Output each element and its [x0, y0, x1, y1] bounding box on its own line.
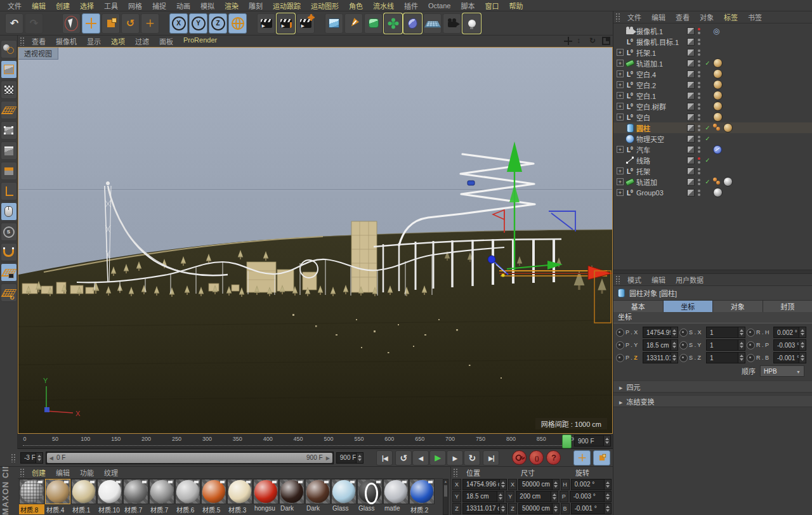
- size-field[interactable]: 50000 cm: [518, 479, 560, 490]
- menu-item[interactable]: 帮助: [504, 1, 528, 11]
- lock-workplane-tool[interactable]: [1, 263, 17, 282]
- toggle-layout-icon[interactable]: [602, 37, 610, 45]
- keyframe-help-button[interactable]: [546, 450, 561, 465]
- record-keyframe-button[interactable]: [512, 450, 527, 465]
- order-dropdown[interactable]: HPB: [760, 365, 804, 377]
- object-name[interactable]: 圆柱: [636, 123, 686, 133]
- magnet-tool[interactable]: [1, 243, 17, 261]
- s-field[interactable]: 1: [706, 339, 745, 351]
- keyframe-dot[interactable]: [616, 354, 624, 362]
- keyframe-dot[interactable]: [747, 354, 755, 362]
- mat-tan-tag[interactable]: [713, 101, 723, 111]
- viewport-solo-tool[interactable]: [1, 202, 17, 221]
- object-row[interactable]: +托架.1: [613, 47, 812, 58]
- play-button[interactable]: [429, 450, 446, 466]
- expand-toggle[interactable]: +: [617, 92, 624, 99]
- preview-range-slider[interactable]: 0 F 900 F: [46, 452, 334, 464]
- material-scrollbar[interactable]: [443, 479, 449, 515]
- expand-toggle[interactable]: +: [617, 167, 624, 174]
- loop-button[interactable]: [464, 450, 480, 466]
- drag-handle[interactable]: [20, 468, 25, 477]
- mat-tan-tag[interactable]: [713, 58, 723, 68]
- keyframe-dot[interactable]: [747, 329, 755, 337]
- visibility-dots[interactable]: [696, 114, 702, 121]
- spinner[interactable]: [604, 504, 611, 514]
- layer-chip[interactable]: [687, 114, 695, 121]
- material-item[interactable]: 材质.3: [227, 479, 252, 515]
- menu-item[interactable]: Octane: [423, 2, 455, 10]
- menu-item[interactable]: 角色: [344, 1, 368, 11]
- convert-tool[interactable]: [1, 40, 17, 58]
- object-name[interactable]: 线路: [636, 155, 686, 166]
- goto-start-button[interactable]: [376, 450, 393, 466]
- object-row[interactable]: +轨道加✓: [613, 176, 812, 187]
- visibility-dots[interactable]: [696, 82, 702, 88]
- expand-toggle[interactable]: +: [617, 178, 624, 185]
- visibility-dots[interactable]: [696, 157, 702, 164]
- object-row[interactable]: +空白.2: [613, 79, 812, 90]
- object-name[interactable]: 空白.树群: [636, 101, 686, 112]
- material-menu-item[interactable]: 创建: [27, 467, 51, 478]
- pen-spline-button[interactable]: [344, 13, 363, 34]
- spinner[interactable]: [671, 327, 678, 337]
- spinner[interactable]: [497, 492, 504, 502]
- layer-chip[interactable]: [687, 178, 695, 186]
- mat-gray-tag[interactable]: [713, 188, 723, 197]
- object-row[interactable]: +空白.树群: [613, 101, 812, 112]
- object-row[interactable]: +托架: [613, 166, 812, 176]
- drag-handle[interactable]: [615, 275, 620, 284]
- primitive-cube-button[interactable]: [325, 13, 343, 34]
- object-name[interactable]: Group03: [636, 189, 686, 197]
- camera-button[interactable]: [443, 13, 461, 34]
- drag-handle[interactable]: [11, 453, 16, 462]
- visibility-dots[interactable]: [696, 136, 702, 142]
- prev-frame-button[interactable]: [412, 450, 429, 466]
- r-field[interactable]: 0.002 °: [773, 327, 806, 338]
- om-menu-item[interactable]: 文件: [622, 12, 646, 22]
- material-menu-item[interactable]: 编辑: [51, 467, 75, 478]
- p-field[interactable]: 13311.017: [643, 352, 678, 363]
- material-name[interactable]: 材质.2: [409, 504, 435, 514]
- record-position-toggle[interactable]: [573, 450, 591, 466]
- play-backward-button[interactable]: [395, 450, 412, 466]
- spinner[interactable]: [499, 479, 506, 490]
- mat-tan-tag[interactable]: [723, 123, 733, 133]
- visibility-dots[interactable]: [696, 179, 702, 185]
- live-selection-button[interactable]: [62, 13, 81, 34]
- spinner[interactable]: [799, 327, 806, 337]
- material-name[interactable]: 材质.7: [123, 504, 148, 514]
- spinner[interactable]: [603, 436, 610, 446]
- timeline-ruler[interactable]: 0501001502002503003504004505005506006507…: [23, 434, 571, 448]
- menu-item[interactable]: 运动图形: [306, 1, 344, 11]
- snap-tool[interactable]: [1, 223, 17, 241]
- subdivision-surface-button[interactable]: [364, 13, 383, 34]
- spinner[interactable]: [551, 492, 558, 502]
- material-thumbnail[interactable]: [175, 479, 200, 504]
- viewport-3d[interactable]: 透视视图 网格间距 : 1000 cm Y X: [18, 47, 613, 434]
- material-name[interactable]: 材质.3: [227, 504, 252, 514]
- material-name[interactable]: Dark: [305, 504, 331, 514]
- om-menu-item[interactable]: 标签: [719, 12, 743, 22]
- lock-z-axis-button[interactable]: Z: [209, 13, 227, 34]
- object-name[interactable]: 空白.1: [636, 91, 686, 101]
- object-name[interactable]: 物理天空: [636, 134, 686, 144]
- menu-item[interactable]: 创建: [51, 1, 75, 11]
- viewport-menu-item[interactable]: 选项: [106, 36, 130, 46]
- layer-chip[interactable]: [687, 146, 695, 153]
- menu-item[interactable]: 捕捉: [147, 1, 171, 11]
- lock-x-axis-button[interactable]: X: [169, 13, 188, 34]
- visibility-dots[interactable]: [696, 60, 702, 67]
- spinner[interactable]: [356, 453, 363, 463]
- last-tool-button[interactable]: [141, 13, 159, 34]
- spinner[interactable]: [738, 353, 745, 363]
- layer-chip[interactable]: [687, 38, 695, 46]
- material-item[interactable]: Dark: [305, 479, 331, 515]
- material-menu-item[interactable]: 纹理: [99, 467, 123, 478]
- visibility-dots[interactable]: [696, 147, 702, 153]
- expand-toggle[interactable]: +: [617, 114, 624, 121]
- material-item[interactable]: 材质.5: [201, 479, 226, 515]
- p-field[interactable]: 18.5 cm: [643, 339, 678, 351]
- lock-y-axis-button[interactable]: Y: [189, 13, 207, 34]
- mograph-button[interactable]: [384, 13, 402, 34]
- viewport-menu-item[interactable]: ProRender: [178, 36, 222, 46]
